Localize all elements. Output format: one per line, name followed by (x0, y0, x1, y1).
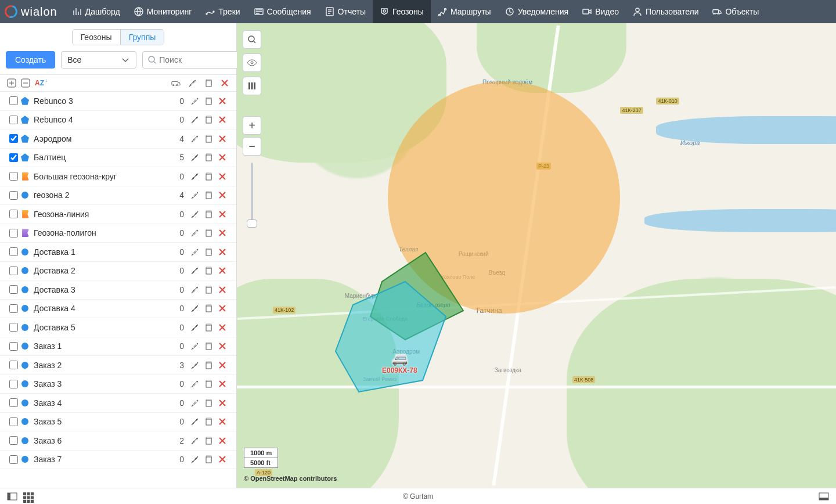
group-row[interactable]: Rebunco 30 (0, 92, 236, 111)
group-checkbox[interactable] (9, 361, 18, 369)
group-checkbox[interactable] (9, 398, 18, 407)
group-checkbox[interactable] (9, 210, 18, 218)
group-copy-icon[interactable] (201, 134, 215, 143)
group-copy-icon[interactable] (201, 210, 215, 219)
group-row[interactable]: Заказ 70 (0, 451, 236, 470)
group-props-icon[interactable] (188, 210, 201, 219)
group-delete-icon[interactable] (215, 153, 229, 162)
group-row[interactable]: Заказ 10 (0, 337, 236, 357)
group-checkbox[interactable] (9, 342, 18, 351)
group-row[interactable]: Доставка 10 (0, 243, 236, 262)
group-delete-icon[interactable] (215, 304, 229, 313)
group-checkbox[interactable] (9, 436, 18, 445)
group-props-icon[interactable] (188, 96, 201, 106)
group-copy-icon[interactable] (201, 323, 215, 332)
nav-video[interactable]: Видео (575, 0, 626, 23)
group-checkbox[interactable] (9, 134, 18, 143)
tab-groups[interactable]: Группы (121, 30, 164, 45)
group-props-icon[interactable] (188, 455, 201, 464)
sort-az-icon[interactable]: A↓Z (35, 78, 44, 88)
group-checkbox[interactable] (9, 247, 18, 256)
group-copy-icon[interactable] (201, 285, 215, 294)
group-delete-icon[interactable] (215, 134, 229, 143)
group-delete-icon[interactable] (215, 417, 229, 426)
group-checkbox[interactable] (9, 172, 18, 181)
group-row[interactable]: Заказ 50 (0, 413, 236, 432)
tab-geofences[interactable]: Геозоны (73, 30, 121, 45)
vehicle-col-icon[interactable] (171, 78, 181, 88)
group-checkbox[interactable] (9, 229, 18, 237)
group-props-icon[interactable] (188, 285, 201, 294)
group-checkbox[interactable] (9, 267, 18, 275)
group-copy-icon[interactable] (201, 398, 215, 408)
group-checkbox[interactable] (9, 285, 18, 294)
group-delete-icon[interactable] (215, 228, 229, 237)
group-props-icon[interactable] (188, 172, 201, 181)
zoom-slider[interactable] (251, 163, 253, 226)
apps-grid-icon[interactable] (23, 492, 34, 501)
group-props-icon[interactable] (188, 379, 201, 388)
group-props-icon[interactable] (188, 153, 201, 162)
group-delete-icon[interactable] (215, 341, 229, 351)
group-props-icon[interactable] (188, 398, 201, 408)
group-copy-icon[interactable] (201, 228, 215, 237)
group-row[interactable]: Доставка 50 (0, 318, 236, 337)
map-search-button[interactable] (243, 30, 261, 49)
group-copy-icon[interactable] (201, 247, 215, 257)
group-delete-icon[interactable] (215, 96, 229, 106)
group-delete-icon[interactable] (215, 398, 229, 408)
group-delete-icon[interactable] (215, 361, 229, 370)
group-checkbox[interactable] (9, 96, 18, 105)
group-row[interactable]: Заказ 40 (0, 394, 236, 413)
nav-units[interactable]: Объекты (705, 0, 766, 23)
group-copy-icon[interactable] (201, 266, 215, 275)
group-delete-icon[interactable] (215, 247, 229, 257)
group-props-icon[interactable] (188, 304, 201, 313)
group-delete-icon[interactable] (215, 210, 229, 219)
group-row[interactable]: Заказ 23 (0, 356, 236, 375)
group-row[interactable]: Доставка 40 (0, 300, 236, 319)
group-row[interactable]: Геозона-полигон0 (0, 224, 236, 243)
toggle-bottom-panel-icon[interactable] (819, 492, 829, 501)
group-copy-icon[interactable] (201, 190, 215, 200)
group-copy-icon[interactable] (201, 455, 215, 464)
group-copy-icon[interactable] (201, 417, 215, 426)
nav-routes[interactable]: Маршруты (431, 0, 498, 23)
group-delete-icon[interactable] (215, 285, 229, 294)
group-row[interactable]: Геозона-линия0 (0, 205, 236, 224)
zoom-out-button[interactable]: − (243, 137, 261, 156)
group-copy-icon[interactable] (201, 304, 215, 313)
map-layers-button[interactable] (243, 77, 261, 95)
group-delete-icon[interactable] (215, 323, 229, 332)
group-checkbox[interactable] (9, 304, 18, 313)
group-props-icon[interactable] (188, 361, 201, 370)
group-props-icon[interactable] (188, 436, 201, 445)
group-props-icon[interactable] (188, 228, 201, 237)
group-props-icon[interactable] (188, 115, 201, 124)
filter-select[interactable]: Все (61, 51, 136, 69)
group-row[interactable]: Большая геозона-круг0 (0, 167, 236, 186)
group-props-icon[interactable] (188, 134, 201, 143)
nav-reports[interactable]: Отчеты (318, 0, 373, 23)
delete-col-icon[interactable] (220, 78, 229, 88)
group-delete-icon[interactable] (215, 115, 229, 124)
group-delete-icon[interactable] (215, 172, 229, 181)
copy-col-icon[interactable] (204, 78, 213, 88)
group-checkbox[interactable] (9, 191, 18, 200)
group-props-icon[interactable] (188, 190, 201, 200)
group-row[interactable]: Заказ 30 (0, 375, 236, 394)
group-copy-icon[interactable] (201, 172, 215, 181)
group-checkbox[interactable] (9, 323, 18, 332)
group-copy-icon[interactable] (201, 341, 215, 351)
group-row[interactable]: Rebunco 40 (0, 111, 236, 130)
nav-dashboard[interactable]: Дашборд (66, 0, 127, 23)
group-delete-icon[interactable] (215, 455, 229, 464)
group-copy-icon[interactable] (201, 379, 215, 388)
geofence-poly-aerodrom[interactable] (336, 282, 463, 399)
remove-icon[interactable] (21, 78, 30, 88)
group-checkbox[interactable] (9, 455, 18, 464)
nav-notifications[interactable]: Уведомления (498, 0, 576, 23)
add-icon[interactable] (7, 78, 16, 88)
group-props-icon[interactable] (188, 417, 201, 426)
props-col-icon[interactable] (188, 78, 197, 88)
